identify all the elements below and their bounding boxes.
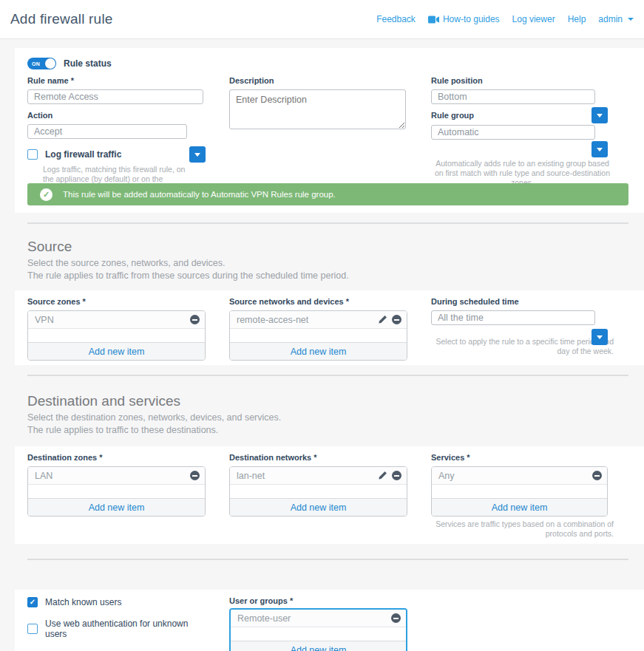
column-description: Description bbox=[229, 75, 407, 194]
edit-item-icon[interactable] bbox=[378, 471, 387, 480]
source-zones-label: Source zones * bbox=[27, 296, 206, 307]
source-zones-listbox: VPN Add new item bbox=[27, 310, 206, 361]
source-description-1: Select the source zones, networks, and d… bbox=[27, 257, 628, 270]
column-rule-position: Rule position Rule group Automatically a… bbox=[431, 75, 614, 194]
schedule-select[interactable] bbox=[431, 310, 595, 325]
rule-group-select[interactable] bbox=[431, 125, 595, 140]
schedule-helper: Select to apply the rule to a specific t… bbox=[431, 337, 614, 356]
rule-position-label: Rule position bbox=[431, 75, 614, 86]
source-heading: Source bbox=[27, 239, 644, 254]
remove-item-icon[interactable] bbox=[190, 315, 200, 324]
admin-menu[interactable]: admin bbox=[598, 14, 634, 24]
help-link[interactable]: Help bbox=[568, 14, 586, 24]
video-camera-icon bbox=[428, 16, 439, 24]
log-viewer-link[interactable]: Log viewer bbox=[512, 14, 555, 24]
source-zones-column: Source zones * VPN Add new item bbox=[27, 296, 206, 361]
schedule-column: During scheduled time Select to apply th… bbox=[431, 296, 614, 361]
user-groups-column: User or groups * Remote-user Add new ite… bbox=[229, 596, 614, 651]
list-item: LAN bbox=[28, 467, 205, 485]
services-helper: Services are traffic types based on a co… bbox=[431, 519, 614, 539]
caret-down-icon bbox=[597, 148, 603, 151]
destination-zones-listbox: LAN Add new item bbox=[27, 466, 206, 517]
destination-description-1: Select the destination zones, networks, … bbox=[27, 412, 628, 424]
toggle-knob bbox=[45, 58, 55, 69]
list-spacer bbox=[432, 485, 607, 498]
add-new-item-button[interactable]: Add new item bbox=[230, 342, 407, 360]
add-new-item-button[interactable]: Add new item bbox=[432, 498, 607, 516]
banner-text: This rule will be added automatically to… bbox=[63, 190, 336, 199]
log-firewall-traffic-checkbox[interactable] bbox=[27, 149, 38, 160]
source-networks-listbox: remote-acces-net Add new item bbox=[229, 310, 407, 361]
edit-item-icon[interactable] bbox=[378, 315, 387, 324]
user-options-column: ✓ Match known users Use web authenticati… bbox=[27, 596, 206, 651]
top-bar: Add firewall rule Feedback How-to guides… bbox=[0, 0, 644, 39]
add-new-item-button[interactable]: Add new item bbox=[230, 498, 407, 516]
rule-position-select[interactable] bbox=[431, 89, 595, 104]
services-column: Services * Any Add new item Services are… bbox=[431, 452, 614, 539]
rule-position-dropdown-button[interactable] bbox=[592, 107, 608, 123]
caret-down-icon bbox=[628, 18, 634, 21]
list-spacer bbox=[230, 485, 407, 498]
list-spacer bbox=[28, 329, 205, 342]
web-auth-label: Use web authentication for unknown users bbox=[45, 618, 206, 639]
divider bbox=[27, 375, 628, 376]
list-item: lan-net bbox=[230, 467, 407, 485]
rule-status-label: Rule status bbox=[64, 58, 112, 69]
source-networks-label: Source networks and devices * bbox=[229, 296, 407, 307]
success-banner: ✓ This rule will be added automatically … bbox=[27, 183, 628, 205]
list-spacer bbox=[28, 485, 205, 498]
remove-item-icon[interactable] bbox=[392, 315, 401, 324]
action-select[interactable] bbox=[27, 124, 187, 139]
remove-item-icon[interactable] bbox=[392, 471, 401, 480]
rule-status-toggle[interactable]: ON bbox=[27, 58, 56, 69]
action-label: Action bbox=[27, 110, 206, 121]
rule-name-label: Rule name * bbox=[27, 75, 206, 86]
rule-group-label: Rule group bbox=[431, 110, 474, 121]
source-description-2: The rule applies to traffic from these s… bbox=[27, 270, 628, 282]
list-item: remote-acces-net bbox=[230, 311, 407, 329]
destination-networks-column: Destination networks * lan-net Add new i… bbox=[229, 452, 407, 539]
remove-item-icon[interactable] bbox=[592, 471, 602, 480]
match-known-users-label: Match known users bbox=[45, 597, 121, 607]
caret-down-icon bbox=[597, 114, 603, 117]
divider bbox=[27, 222, 628, 224]
add-new-item-button[interactable]: Add new item bbox=[28, 342, 205, 360]
feedback-link[interactable]: Feedback bbox=[376, 14, 416, 24]
add-new-item-button[interactable]: Add new item bbox=[231, 641, 406, 651]
destination-description-2: The rule applies to traffic to these des… bbox=[27, 424, 628, 437]
description-label: Description bbox=[229, 75, 407, 86]
user-groups-label: User or groups * bbox=[229, 596, 614, 607]
match-known-users-checkbox[interactable]: ✓ bbox=[27, 597, 38, 607]
general-settings-panel: ON Rule status Rule name * Action Log fi… bbox=[15, 48, 644, 213]
destination-panel: Destination zones * LAN Add new item Des… bbox=[15, 446, 644, 544]
caret-down-icon bbox=[597, 335, 603, 339]
how-to-guides-link[interactable]: How-to guides bbox=[428, 14, 500, 24]
identity-panel: ✓ Match known users Use web authenticati… bbox=[15, 590, 644, 651]
page-title: Add firewall rule bbox=[10, 11, 113, 27]
add-new-item-button[interactable]: Add new item bbox=[28, 498, 205, 516]
destination-networks-listbox: lan-net Add new item bbox=[229, 466, 407, 517]
identity-section-separator bbox=[15, 559, 644, 590]
check-circle-icon: ✓ bbox=[40, 188, 52, 201]
web-auth-checkbox[interactable] bbox=[27, 624, 38, 634]
divider bbox=[27, 559, 628, 560]
description-textarea[interactable] bbox=[229, 89, 406, 129]
schedule-label: During scheduled time bbox=[431, 296, 614, 307]
rule-group-dropdown-button[interactable] bbox=[592, 141, 608, 157]
list-item: VPN bbox=[28, 311, 205, 329]
list-spacer bbox=[230, 329, 407, 342]
remove-item-icon[interactable] bbox=[190, 471, 200, 480]
remove-item-icon[interactable] bbox=[391, 613, 401, 623]
schedule-dropdown-button[interactable] bbox=[592, 329, 608, 345]
topbar-links: Feedback How-to guides Log viewer Help a… bbox=[376, 14, 634, 24]
destination-zones-column: Destination zones * LAN Add new item bbox=[27, 452, 206, 539]
log-options-dropdown-button[interactable] bbox=[189, 146, 206, 163]
destination-section-header: Destination and services Select the dest… bbox=[15, 375, 644, 446]
rule-name-input[interactable] bbox=[27, 89, 203, 104]
list-item: Remote-user bbox=[231, 610, 406, 627]
destination-networks-label: Destination networks * bbox=[229, 452, 407, 463]
column-rule-name: Rule name * Action Log firewall traffic … bbox=[27, 75, 206, 194]
services-label: Services * bbox=[431, 452, 614, 463]
list-spacer bbox=[231, 627, 406, 641]
user-groups-listbox: Remote-user Add new item bbox=[229, 608, 407, 651]
